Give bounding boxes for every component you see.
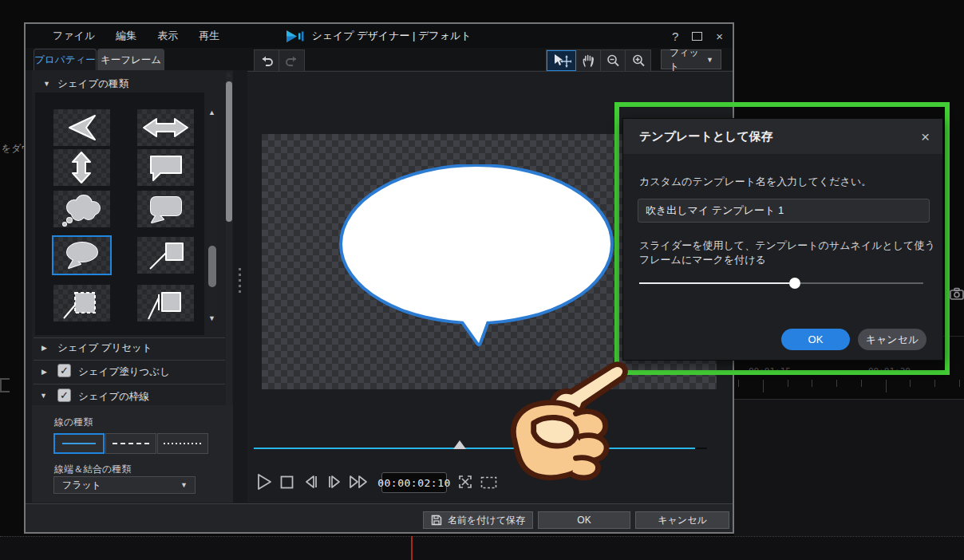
pan-hand-tool-button[interactable]	[576, 50, 601, 71]
shape-thumb-double-vertical-arrow[interactable]	[53, 149, 110, 186]
oval-speech-bubble-shape[interactable]	[338, 164, 618, 348]
dialog-cancel-button[interactable]: キャンセル	[858, 329, 926, 350]
seek-bar-progress	[254, 448, 695, 449]
shape-thumb-speech-bubble-rectangle[interactable]	[137, 149, 194, 186]
zoom-out-icon[interactable]	[601, 50, 626, 71]
background-ui-fragment	[0, 378, 10, 392]
dashed-line-icon	[113, 443, 149, 444]
shape-border-checkbox[interactable]: ✓	[57, 388, 71, 402]
chevron-down-icon: ▼	[706, 56, 721, 64]
shape-thumb-callout-line-dashed-square[interactable]	[53, 285, 110, 321]
line-type-label: 線の種類	[54, 416, 93, 429]
scroll-down-icon[interactable]: ▼	[208, 314, 215, 322]
menu-file[interactable]: ファイル	[53, 29, 95, 43]
shape-thumb-chevron-left-arrow[interactable]	[53, 109, 110, 146]
timecode-display: 00:00:02:10	[381, 472, 447, 493]
line-join-label: 線端＆結合の種類	[54, 463, 131, 476]
shape-grid-scrollbar[interactable]	[208, 108, 216, 321]
previous-frame-button[interactable]	[303, 474, 319, 490]
shape-thumb-speech-bubble-rounded[interactable]	[137, 191, 194, 227]
line-style-solid-button[interactable]	[53, 433, 105, 454]
dialog-titlebar: テンプレートとして保存 ×	[623, 119, 942, 154]
next-frame-button[interactable]	[326, 474, 342, 490]
undo-redo-group	[254, 49, 305, 72]
undo-button[interactable]	[255, 50, 279, 71]
expand-triangle-icon[interactable]: ▶	[41, 344, 47, 352]
tab-properties[interactable]: プロパティー	[34, 49, 97, 70]
divider	[247, 71, 733, 72]
template-name-prompt: カスタムのテンプレート名を入力してください。	[639, 175, 871, 189]
shape-fill-checkbox[interactable]: ✓	[57, 364, 71, 377]
shape-grid-scrollbar-thumb[interactable]	[208, 246, 216, 287]
timeline-playhead[interactable]	[411, 536, 413, 560]
shape-thumb-callout-line-filled-square[interactable]	[137, 285, 194, 321]
tab-keyframes[interactable]: キーフレーム	[97, 49, 164, 70]
divider	[34, 384, 225, 385]
collapse-triangle-icon[interactable]: ▼	[43, 80, 50, 88]
slider-instruction: スライダーを使用して、テンプレートのサムネイルとして使うフレームにマークを付ける	[639, 239, 936, 267]
stop-button[interactable]	[280, 475, 294, 489]
section-shape-type[interactable]: シェイプの種類	[57, 77, 128, 91]
save-as-template-dialog: テンプレートとして保存 × カスタムのテンプレート名を入力してください。 スライ…	[622, 118, 943, 361]
fast-forward-button[interactable]	[349, 474, 369, 490]
play-button[interactable]	[255, 473, 273, 491]
menu-edit[interactable]: 編集	[116, 29, 136, 43]
expand-triangle-icon[interactable]: ▶	[41, 368, 47, 376]
scroll-up-icon[interactable]: ▲	[225, 70, 232, 78]
line-join-value: フラット	[54, 479, 180, 492]
shape-thumb-double-horizontal-arrow[interactable]	[137, 109, 194, 146]
timeline-ruler-ticks	[738, 380, 960, 396]
help-button[interactable]: ?	[672, 30, 678, 43]
dotted-line-icon	[164, 443, 202, 444]
thumbnail-frame-slider-fill	[639, 282, 789, 284]
background-timeline-track	[0, 536, 964, 560]
divider	[34, 337, 225, 338]
line-style-dashed-button[interactable]	[105, 433, 156, 454]
floppy-disk-icon	[431, 515, 442, 526]
template-name-input[interactable]	[638, 199, 930, 223]
solid-line-icon	[62, 443, 96, 444]
menu-play[interactable]: 再生	[199, 29, 219, 43]
expand-preview-icon[interactable]	[457, 474, 473, 490]
dialog-ok-button[interactable]: OK	[781, 329, 850, 350]
section-shape-presets[interactable]: シェイプ プリセット	[57, 341, 152, 355]
window-titlebar: ファイル 編集 表示 再生 シェイプ デザイナー | デフォルト ? ×	[26, 24, 733, 48]
line-join-dropdown[interactable]: フラット ▼	[53, 476, 196, 494]
menubar: ファイル 編集 表示 再生	[26, 29, 219, 43]
chevron-down-icon: ▼	[180, 481, 195, 489]
seek-bar-thumb[interactable]	[453, 440, 466, 449]
screen: をダウン 00:01:15 00:01:20 ファイル 編集 表示 再生 シェイ…	[0, 0, 964, 560]
splitter-grip-icon	[239, 268, 242, 293]
section-shape-border[interactable]: シェイプの枠線	[78, 390, 149, 404]
ok-button[interactable]: OK	[538, 511, 630, 529]
close-button[interactable]: ×	[716, 30, 723, 43]
view-tools-group	[546, 49, 651, 72]
thumbnail-frame-slider-thumb[interactable]	[789, 278, 800, 289]
redo-button[interactable]	[279, 50, 304, 71]
section-shape-fill[interactable]: シェイプ塗りつぶし	[78, 365, 170, 379]
line-style-dotted-button[interactable]	[157, 433, 208, 454]
divider	[34, 360, 225, 361]
select-move-tool-button[interactable]	[547, 50, 576, 71]
maximize-button[interactable]	[692, 32, 702, 41]
shape-thumb-thought-cloud[interactable]	[53, 191, 110, 227]
zoom-in-icon[interactable]	[626, 50, 650, 71]
dialog-title: テンプレートとして保存	[639, 129, 773, 144]
pointing-hand-cursor	[488, 348, 629, 485]
snapshot-camera-icon[interactable]	[950, 287, 964, 303]
collapse-triangle-icon[interactable]: ▼	[40, 392, 47, 400]
shape-thumb-callout-line-square[interactable]	[137, 237, 194, 274]
zoom-fit-value: フィット	[662, 46, 706, 73]
zoom-fit-dropdown[interactable]: フィット ▼	[661, 49, 721, 69]
app-logo-icon	[286, 30, 306, 42]
background-timeline-panel	[734, 399, 964, 537]
save-as-button[interactable]: 名前を付けて保存	[423, 511, 533, 529]
shape-thumb-speech-bubble-oval[interactable]	[53, 237, 110, 274]
cancel-button[interactable]: キャンセル	[635, 511, 729, 529]
scroll-up-icon[interactable]: ▲	[208, 108, 215, 116]
menu-view[interactable]: 表示	[157, 29, 178, 43]
dialog-close-icon[interactable]: ×	[921, 129, 930, 144]
window-controls: ? ×	[672, 24, 723, 48]
panel-scrollbar-thumb[interactable]	[226, 81, 232, 222]
